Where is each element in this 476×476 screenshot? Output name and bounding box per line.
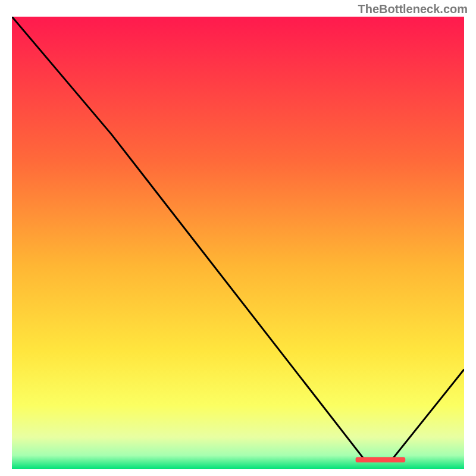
watermark-text: TheBottleneck.com — [358, 2, 468, 16]
chart-wrapper: TheBottleneck.com — [0, 0, 476, 476]
chart-svg — [12, 17, 464, 469]
trough-marker — [356, 457, 406, 462]
plot-area — [12, 17, 464, 469]
gradient-background — [12, 17, 464, 469]
red-band-layer — [356, 457, 406, 462]
